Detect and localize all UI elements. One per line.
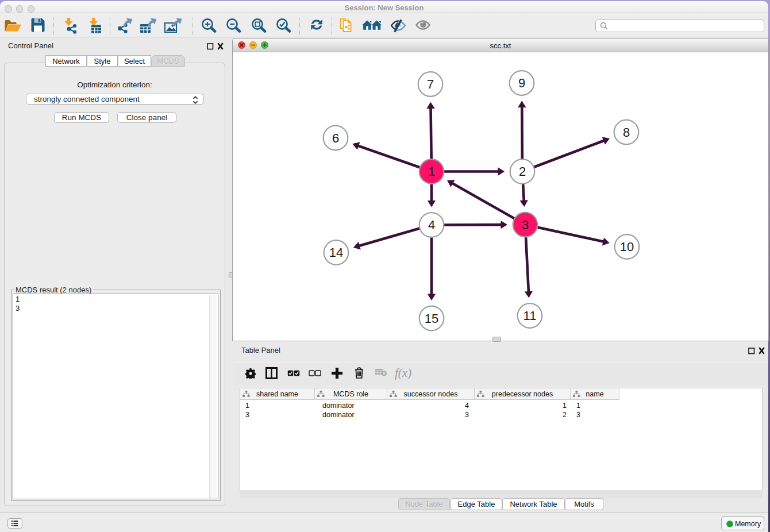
svg-text:14: 14	[329, 245, 343, 260]
svg-text:1: 1	[428, 164, 435, 179]
svg-text:4: 4	[428, 218, 435, 232]
svg-text:6: 6	[332, 131, 339, 145]
svg-text:3: 3	[522, 218, 529, 232]
svg-text:7: 7	[427, 77, 434, 91]
svg-text:8: 8	[623, 125, 630, 140]
svg-text:2: 2	[519, 164, 526, 179]
svg-text:9: 9	[518, 76, 525, 90]
svg-text:11: 11	[523, 309, 537, 323]
svg-text:10: 10	[620, 240, 634, 254]
svg-text:15: 15	[425, 311, 438, 326]
